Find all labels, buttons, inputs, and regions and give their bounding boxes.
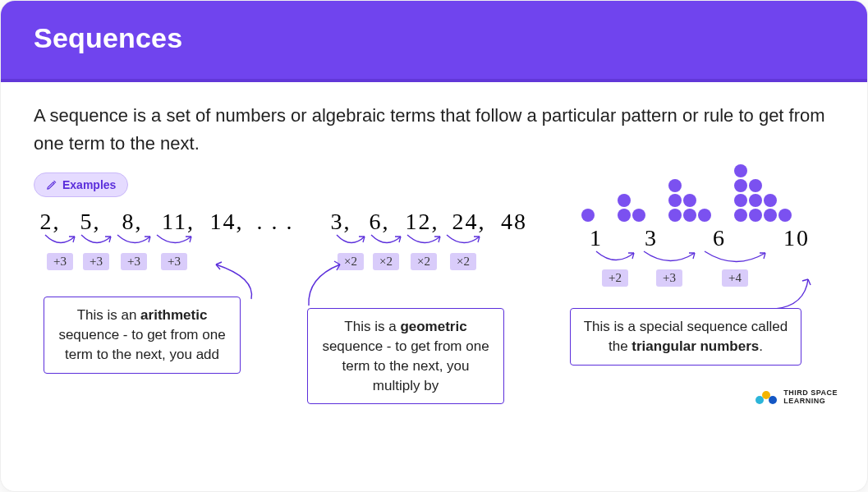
page-title: Sequences (34, 22, 834, 54)
examples-label: Examples (62, 178, 116, 191)
term: 1 (576, 225, 616, 251)
op-badge: +3 (47, 253, 73, 270)
lesson-card: Sequences A sequence is a set of numbers… (0, 0, 868, 492)
term: 8, (114, 209, 150, 235)
term: . . . (255, 209, 296, 235)
arithmetic-caption: This is an arithmetic sequence - to get … (44, 297, 241, 373)
curve-arrow-icon (700, 250, 770, 268)
op-badge: +3 (161, 253, 187, 270)
op-badge: +3 (83, 253, 109, 270)
arithmetic-arrows: +3 +3 +3 +3 (42, 233, 296, 270)
term: 11, (158, 209, 199, 235)
term: 6 (687, 225, 752, 251)
triangle-6 (668, 179, 711, 222)
brand-logo: THIRD SPACE LEARNING (754, 389, 838, 406)
triangular-column: 1 3 6 10 +2 +3 +4 (576, 164, 834, 366)
geometric-column: 3, 6, 12, 24, 48 ×2 ×2 (307, 209, 565, 404)
header-bar: Sequences (1, 1, 867, 82)
content-body: A sequence is a set of numbers or algebr… (1, 82, 867, 421)
pencil-icon (46, 179, 57, 191)
geometric-sequence: 3, 6, 12, 24, 48 (325, 209, 565, 235)
curve-arrow-icon (333, 233, 368, 251)
triangle-1 (581, 209, 595, 222)
intro-text: A sequence is a set of numbers or algebr… (34, 102, 834, 158)
curve-arrow-icon (591, 250, 639, 268)
term: 24, (449, 209, 489, 235)
term: 12, (402, 209, 442, 235)
curve-arrow-icon (42, 233, 78, 251)
op-badge: +4 (722, 269, 748, 287)
examples-columns: 2, 5, 8, 11, 14, . . . +3 +3 (34, 209, 834, 404)
term: 6, (364, 209, 395, 235)
curve-arrow-icon (78, 233, 114, 251)
brand-name: THIRD SPACE LEARNING (783, 389, 838, 406)
op-badge: +2 (602, 269, 628, 287)
term: 10 (760, 225, 834, 251)
triangular-sequence: 1 3 6 10 (576, 225, 834, 251)
term: 3, (325, 209, 356, 235)
curve-arrow-icon (404, 233, 443, 251)
triangle-3 (618, 194, 645, 222)
triangular-arrows: +2 +3 +4 (591, 250, 834, 287)
op-badge: +3 (656, 269, 682, 287)
term: 14, (206, 209, 247, 235)
op-badge: ×2 (450, 253, 476, 270)
op-badge: ×2 (373, 253, 399, 270)
geometric-arrows: ×2 ×2 ×2 ×2 (333, 233, 565, 270)
term: 2, (34, 209, 67, 235)
geometric-caption: This is a geometric sequence - to get fr… (307, 308, 504, 404)
term: 48 (496, 209, 532, 235)
curve-arrow-icon (114, 233, 154, 251)
arithmetic-sequence: 2, 5, 8, 11, 14, . . . (34, 209, 296, 235)
triangle-10 (734, 164, 792, 222)
curve-arrow-icon (443, 233, 483, 251)
triangular-dots (581, 164, 834, 222)
arithmetic-column: 2, 5, 8, 11, 14, . . . +3 +3 (34, 209, 296, 373)
logo-mark-icon (754, 389, 777, 406)
term: 3 (623, 225, 679, 251)
op-badge: ×2 (338, 253, 364, 270)
examples-badge: Examples (34, 172, 128, 197)
curve-arrow-icon (639, 250, 700, 268)
op-badge: +3 (121, 253, 147, 270)
curve-arrow-icon (368, 233, 404, 251)
curve-arrow-icon (154, 233, 195, 251)
op-badge: ×2 (411, 253, 437, 270)
triangular-caption: This is a special sequence called the tr… (570, 308, 801, 366)
term: 5, (74, 209, 107, 235)
